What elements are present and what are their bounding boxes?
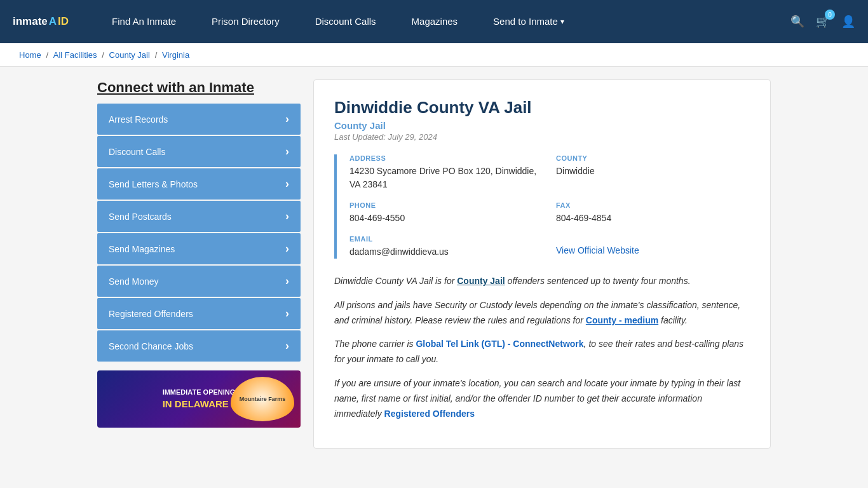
ad-logo: Mountaire Farms xyxy=(231,377,294,421)
search-icon[interactable]: 🔍 xyxy=(790,15,804,29)
county-jail-link-1[interactable]: County Jail xyxy=(457,276,505,286)
nav-links: Find An Inmate Prison Directory Discount… xyxy=(94,0,790,43)
sidebar-item-second-chance-jobs[interactable]: Second Chance Jobs › xyxy=(97,330,301,362)
address-block: ADDRESS 14230 Sycamore Drive PO Box 120,… xyxy=(349,154,543,191)
sidebar-item-send-money-label: Send Money xyxy=(109,276,159,287)
phone-value: 804-469-4550 xyxy=(349,212,543,225)
navbar: inmate A ID Find An Inmate Prison Direct… xyxy=(0,0,868,43)
county-value: Dinwiddie xyxy=(556,165,750,178)
sidebar-item-send-magazines[interactable]: Send Magazines › xyxy=(97,233,301,264)
breadcrumb: Home / All Facilities / County Jail / Vi… xyxy=(19,50,849,60)
county-label: COUNTY xyxy=(556,154,750,162)
cart-icon[interactable]: 🛒 0 xyxy=(816,15,830,29)
email-value: dadams@dinwiddieva.us xyxy=(349,245,543,259)
facility-description-section: Dinwiddie County VA Jail is for County J… xyxy=(334,274,750,421)
fax-value: 804-469-4854 xyxy=(556,212,750,225)
ad-line1: IMMEDIATE OPENING xyxy=(163,388,236,397)
sidebar-ad-banner[interactable]: IMMEDIATE OPENING IN DELAWARE Mountaire … xyxy=(97,370,301,428)
phone-block: PHONE 804-469-4550 xyxy=(349,201,543,225)
sidebar-arrow-icon-7: › xyxy=(285,307,289,320)
description-3: The phone carrier is Global Tel Link (GT… xyxy=(334,337,750,367)
sidebar: Connect with an Inmate Arrest Records › … xyxy=(97,79,301,449)
website-block: WEBSITE View Official Website xyxy=(556,235,750,259)
main-content: Connect with an Inmate Arrest Records › … xyxy=(85,79,783,449)
nav-send-to-inmate[interactable]: Send to Inmate ▾ xyxy=(475,0,582,43)
facility-type: County Jail xyxy=(334,120,750,131)
sidebar-item-second-chance-jobs-label: Second Chance Jobs xyxy=(109,341,193,351)
county-block: COUNTY Dinwiddie xyxy=(556,154,750,191)
facility-content-panel: Dinwiddie County VA Jail County Jail Las… xyxy=(313,79,771,449)
view-official-website-link[interactable]: View Official Website xyxy=(556,245,639,255)
breadcrumb-county-jail[interactable]: County Jail xyxy=(109,50,150,60)
email-block: EMAIL dadams@dinwiddieva.us xyxy=(349,235,543,259)
nav-magazines[interactable]: Magazines xyxy=(394,0,476,43)
description-4: If you are unsure of your inmate's locat… xyxy=(334,376,750,421)
sidebar-item-discount-calls[interactable]: Discount Calls › xyxy=(97,136,301,167)
nav-send-label: Send to Inmate xyxy=(493,0,558,43)
logo[interactable]: inmate A ID xyxy=(13,15,69,28)
logo-inmate-text: inmate xyxy=(13,15,48,28)
dropdown-arrow-icon: ▾ xyxy=(560,0,564,43)
description-2: All prisons and jails have Security or C… xyxy=(334,298,750,329)
sidebar-item-registered-offenders-label: Registered Offenders xyxy=(109,309,193,319)
sidebar-arrow-icon-6: › xyxy=(285,274,289,288)
navbar-icons: 🔍 🛒 0 👤 xyxy=(790,15,855,29)
gtl-link[interactable]: Global Tel Link (GTL) - ConnectNetwork xyxy=(416,339,583,349)
facility-info-grid: ADDRESS 14230 Sycamore Drive PO Box 120,… xyxy=(334,154,750,259)
logo-id-text: ID xyxy=(58,15,69,28)
description-1: Dinwiddie County VA Jail is for County J… xyxy=(334,274,750,289)
breadcrumb-all-facilities[interactable]: All Facilities xyxy=(53,50,97,60)
sidebar-item-discount-calls-label: Discount Calls xyxy=(109,147,165,157)
fax-label: FAX xyxy=(556,201,750,209)
sidebar-title: Connect with an Inmate xyxy=(97,79,301,96)
email-label: EMAIL xyxy=(349,235,543,243)
breadcrumb-virginia[interactable]: Virginia xyxy=(162,50,189,60)
breadcrumb-sep-1: / xyxy=(46,50,51,60)
sidebar-item-send-magazines-label: Send Magazines xyxy=(109,244,175,254)
cart-badge: 0 xyxy=(825,10,835,20)
fax-block: FAX 804-469-4854 xyxy=(556,201,750,225)
sidebar-arrow-icon-5: › xyxy=(285,242,289,255)
sidebar-arrow-icon-4: › xyxy=(285,210,289,223)
sidebar-item-send-letters[interactable]: Send Letters & Photos › xyxy=(97,168,301,200)
address-label: ADDRESS xyxy=(349,154,543,162)
sidebar-item-arrest-records[interactable]: Arrest Records › xyxy=(97,104,301,135)
nav-prison-directory[interactable]: Prison Directory xyxy=(194,0,297,43)
sidebar-arrow-icon-2: › xyxy=(285,145,289,158)
breadcrumb-sep-3: / xyxy=(155,50,159,60)
address-value: 14230 Sycamore Drive PO Box 120, Dinwidd… xyxy=(349,165,543,191)
sidebar-arrow-icon: › xyxy=(285,112,289,126)
logo-a-text: A xyxy=(49,15,57,28)
sidebar-item-send-postcards[interactable]: Send Postcards › xyxy=(97,201,301,232)
sidebar-menu: Arrest Records › Discount Calls › Send L… xyxy=(97,104,301,362)
sidebar-arrow-icon-8: › xyxy=(285,339,289,353)
breadcrumb-sep-2: / xyxy=(102,50,106,60)
county-medium-link[interactable]: County - medium xyxy=(586,315,658,325)
breadcrumb-home[interactable]: Home xyxy=(19,50,41,60)
facility-last-updated: Last Updated: July 29, 2024 xyxy=(334,132,750,142)
ad-text: IMMEDIATE OPENING IN DELAWARE xyxy=(156,381,242,417)
nav-discount-calls[interactable]: Discount Calls xyxy=(297,0,394,43)
sidebar-arrow-icon-3: › xyxy=(285,177,289,191)
breadcrumb-bar: Home / All Facilities / County Jail / Vi… xyxy=(0,43,868,67)
sidebar-item-send-letters-label: Send Letters & Photos xyxy=(109,179,198,189)
sidebar-item-send-money[interactable]: Send Money › xyxy=(97,266,301,297)
facility-title: Dinwiddie County VA Jail xyxy=(334,98,750,118)
ad-logo-text: Mountaire Farms xyxy=(240,396,286,402)
nav-find-inmate[interactable]: Find An Inmate xyxy=(94,0,194,43)
registered-offenders-link[interactable]: Registered Offenders xyxy=(384,409,475,419)
sidebar-item-send-postcards-label: Send Postcards xyxy=(109,212,172,222)
sidebar-item-registered-offenders[interactable]: Registered Offenders › xyxy=(97,298,301,329)
phone-label: PHONE xyxy=(349,201,543,209)
user-icon[interactable]: 👤 xyxy=(841,15,855,29)
ad-line2: IN DELAWARE xyxy=(163,397,236,410)
sidebar-item-arrest-records-label: Arrest Records xyxy=(109,114,168,125)
